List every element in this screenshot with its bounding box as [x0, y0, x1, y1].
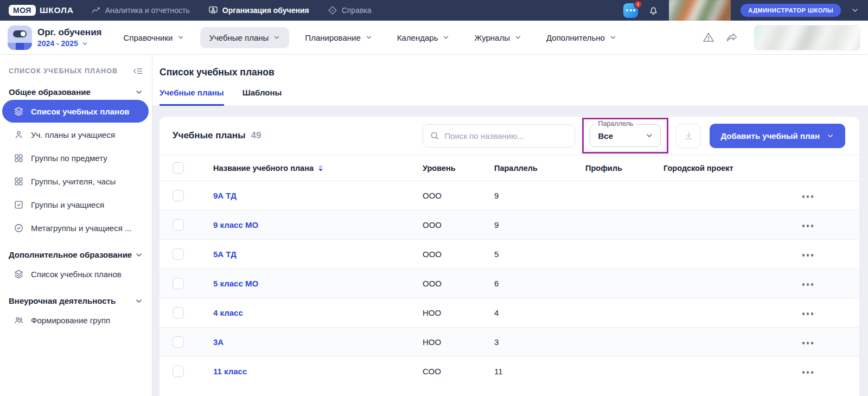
cell-city-project	[663, 210, 756, 240]
section-label: Общее образование	[9, 87, 91, 97]
page-title: Список учебных планов	[159, 67, 855, 78]
table-row: 5А ТД ООО 5	[159, 240, 859, 269]
top-nav-analytics[interactable]: Аналитика и отчетность	[91, 5, 190, 15]
row-checkbox[interactable]	[173, 336, 184, 348]
table-row: 9 класс МО ООО 9	[159, 210, 859, 240]
year-value: 2024 - 2025	[37, 39, 78, 48]
row-actions-menu[interactable]	[800, 221, 816, 231]
role-badge[interactable]: АДМИНИСТРАТОР ШКОЛЫ	[741, 4, 841, 17]
app-title-block[interactable]: Орг. обучения 2024 - 2025	[37, 27, 102, 48]
top-nav-help[interactable]: Справка	[328, 5, 372, 15]
app-logo[interactable]: МОЯ ШКОЛА	[9, 5, 74, 16]
top-nav-education-org[interactable]: Организация обучения	[208, 5, 309, 15]
section-label: Дополнительное образование	[9, 250, 132, 259]
select-all-checkbox[interactable]	[173, 162, 184, 174]
chevron-down-icon[interactable]	[851, 6, 859, 15]
plan-name-link[interactable]: 3А	[213, 337, 224, 347]
sidebar-item-label: Уч. планы и учащиеся	[31, 130, 115, 139]
sidebar-section-additional-education[interactable]: Дополнительное образование	[9, 250, 143, 259]
row-actions-menu[interactable]	[800, 338, 816, 348]
add-curriculum-button[interactable]: Добавить учебный план	[710, 124, 845, 148]
row-checkbox[interactable]	[173, 366, 184, 377]
column-header-profile: Профиль	[585, 155, 663, 181]
sidebar: СПИСОК УЧЕБНЫХ ПЛАНОВ Общее образование …	[0, 55, 152, 396]
app-nav-calendar[interactable]: Календарь	[388, 27, 459, 48]
year-selector[interactable]: 2024 - 2025	[37, 39, 102, 48]
app-nav-additional[interactable]: Дополнительно	[538, 27, 626, 48]
filter-label: Параллель	[595, 120, 636, 127]
sidebar-item-groups-students[interactable]: Группы и учащиеся	[2, 193, 149, 216]
plan-name-link[interactable]: 5А ТД	[213, 250, 237, 259]
cell-level: ООО	[423, 210, 494, 240]
row-checkbox[interactable]	[173, 278, 184, 289]
download-button[interactable]	[676, 124, 701, 148]
sidebar-item-groups-teachers-hours[interactable]: Группы, учителя, часы	[2, 170, 149, 193]
filter-highlight-annotation: Параллель Все	[582, 118, 668, 154]
row-actions-menu[interactable]	[800, 192, 816, 201]
sidebar-item-additional-curricula-list[interactable]: Список учебных планов	[2, 263, 149, 285]
plan-name-link[interactable]: 9А ТД	[213, 191, 237, 200]
row-actions-menu[interactable]	[800, 280, 816, 289]
diamond-help-icon	[328, 5, 337, 15]
check-circle-icon	[14, 223, 24, 233]
cell-profile	[585, 357, 663, 386]
plan-name-link[interactable]: 11 класс	[213, 367, 247, 376]
row-checkbox[interactable]	[173, 248, 184, 260]
tab-templates[interactable]: Шаблоны	[242, 88, 282, 106]
top-bar-right: ! АДМИНИСТРАТОР ШКОЛЫ	[623, 0, 859, 21]
cell-city-project	[663, 328, 756, 357]
search-field[interactable]	[423, 124, 575, 148]
row-actions-menu[interactable]	[800, 309, 816, 318]
nav-label: Календарь	[397, 33, 438, 42]
sidebar-item-plans-students[interactable]: Уч. планы и учащиеся	[2, 123, 149, 146]
parallel-filter-select[interactable]: Параллель Все	[590, 124, 661, 147]
app-nav-curricula[interactable]: Учебные планы	[200, 27, 289, 48]
row-actions-menu[interactable]	[800, 251, 816, 260]
collapse-sidebar-icon[interactable]	[132, 66, 143, 76]
cell-parallel: 3	[494, 328, 585, 357]
warning-icon[interactable]	[702, 31, 715, 44]
sidebar-item-group-formation[interactable]: Формирование групп	[2, 309, 149, 331]
nav-label: Планирование	[305, 33, 360, 42]
app-nav-journals[interactable]: Журналы	[465, 27, 531, 48]
row-checkbox[interactable]	[173, 190, 184, 201]
sidebar-item-curricula-list[interactable]: Список учебных планов	[2, 100, 149, 123]
cell-city-project	[663, 181, 756, 210]
layers-icon	[14, 106, 24, 117]
chevron-down-icon	[826, 132, 834, 140]
sidebar-item-metagroups[interactable]: Метагруппы и учащиеся ...	[2, 216, 149, 239]
plan-name-link[interactable]: 5 класс МО	[213, 279, 258, 288]
plan-name-link[interactable]: 9 класс МО	[213, 220, 258, 229]
search-input[interactable]	[444, 131, 568, 140]
row-actions-menu[interactable]	[800, 368, 816, 377]
share-icon[interactable]	[726, 31, 739, 44]
column-header-city-project: Городской проект	[663, 155, 756, 181]
app-nav-planning[interactable]: Планирование	[296, 27, 381, 48]
cell-city-project	[663, 357, 756, 386]
cell-level: ООО	[423, 269, 494, 298]
plan-name-link[interactable]: 4 класс	[213, 308, 243, 317]
curricula-table: Название учебного плана Уровень Параллел…	[159, 155, 859, 386]
top-navigation: Аналитика и отчетность Организация обуче…	[91, 5, 372, 15]
app-switcher-icon[interactable]	[8, 25, 32, 50]
cell-level: НОО	[423, 298, 494, 328]
sort-icon[interactable]	[318, 165, 323, 171]
tab-curricula[interactable]: Учебные планы	[159, 88, 224, 106]
app-nav-directories[interactable]: Справочники	[115, 27, 194, 48]
bell-icon[interactable]	[648, 5, 659, 16]
nav-label: Дополнительно	[546, 33, 605, 42]
sidebar-item-groups-by-subject[interactable]: Группы по предмету	[2, 146, 149, 169]
cell-profile	[585, 181, 663, 210]
row-checkbox[interactable]	[173, 307, 184, 318]
sidebar-section-general[interactable]: Общее образование	[9, 87, 143, 97]
sidebar-item-label: Список учебных планов	[31, 270, 122, 279]
table-row: 9А ТД ООО 9	[159, 181, 859, 210]
messenger-icon[interactable]: !	[623, 3, 638, 18]
cell-city-project	[663, 269, 756, 298]
sidebar-section-extracurricular[interactable]: Внеурочная деятельность	[9, 296, 143, 305]
cell-level: НОО	[423, 328, 494, 357]
cell-parallel: 4	[494, 298, 585, 328]
layers-icon	[14, 269, 24, 279]
row-checkbox[interactable]	[173, 219, 184, 231]
line-chart-icon	[91, 5, 101, 15]
